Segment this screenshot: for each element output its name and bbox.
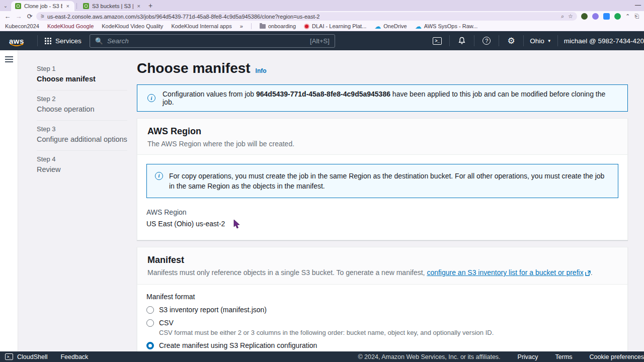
radio-icon[interactable] [146,319,154,327]
forward-icon[interactable]: → [14,12,23,21]
dlai-favicon-icon [304,24,309,29]
notifications-bell-icon[interactable] [456,37,468,45]
info-icon: i [155,172,163,180]
tab-title: Clone job - S3 Batch Operatio [24,3,62,9]
back-icon[interactable]: ← [3,12,12,21]
bookmark-item[interactable]: KodeKloud Internal apps [171,23,231,29]
tab-list-chevron-icon[interactable]: ⌄ [0,0,11,11]
page-title: Choose manifest [137,60,251,76]
tab-title: S3 buckets | S3 | us-east-1 [92,3,133,9]
wizard-step-3[interactable]: Step 3 Configure additional options [37,121,127,151]
browser-tab-inactive[interactable]: S3 buckets | S3 | us-east-1 × [79,1,145,11]
collapsed-side-nav [0,50,18,351]
header-divider [474,35,474,46]
configure-inventory-link[interactable]: configure an S3 inventory list for a buc… [427,268,583,277]
region-info-text: For copy operations, you must create the… [169,171,610,191]
info-icon: i [147,94,155,102]
bookmark-item[interactable]: KodeKloud Google [47,23,94,29]
field-label: AWS Region [146,208,618,216]
csv-format-note: CSV format must be either 2 or 3 columns… [159,329,618,336]
footer-privacy-link[interactable]: Privacy [518,353,538,360]
side-panel-icon[interactable]: ⎗ [634,13,639,20]
extensions-collapse-icon[interactable]: ⌃ [625,13,630,20]
external-link-icon [585,269,591,278]
section-title: AWS Region [147,126,617,137]
tab-close-icon[interactable]: × [65,3,70,9]
menu-hamburger-icon[interactable] [5,56,13,62]
footer-cookie-link[interactable]: Cookie preferences [590,353,644,360]
new-tab-button[interactable]: + [145,1,155,11]
radio-icon[interactable] [146,306,154,314]
extension-icon[interactable] [592,13,599,20]
zoom-icon[interactable]: ⌕ [561,13,564,20]
browser-tab-strip: ⌄ Clone job - S3 Batch Operatio × S3 buc… [0,0,644,11]
services-grid-icon [45,38,51,44]
bookmark-item[interactable]: Kubecon2024 [5,23,39,29]
console-footer: >_ CloudShell Feedback © 2024, Amazon We… [0,351,644,362]
section-description: The AWS Region where the job will be cre… [147,140,617,148]
reload-icon[interactable]: ⟳ [25,12,34,21]
cloud-icon: ☁ [374,24,381,29]
wizard-step-4[interactable]: Step 4 Review [37,151,127,180]
search-icon: 🔍 [95,37,103,45]
field-value: US East (Ohio) us-east-2 [146,220,618,228]
bookmark-folder[interactable]: onboarding [260,23,296,29]
info-link[interactable]: Info [256,67,267,74]
url-text: us-east-2.console.aws.amazon.com/s3/jobs… [47,14,558,20]
section-title: Manifest [147,255,617,265]
page-body: Step 1 Choose manifest Step 2 Choose ope… [0,50,644,351]
account-menu[interactable]: michael @ 5982-7434-420 [564,37,644,45]
bookmark-item[interactable]: ☁ OneDrive [374,23,407,29]
extension-icon[interactable] [603,13,610,20]
job-id: 964d5439-771d-45a8-8fe8-4c9d5a945386 [256,90,390,98]
radio-selected-icon[interactable] [146,342,154,349]
radio-option-replication-config[interactable]: Create manifest using S3 Replication con… [146,341,618,349]
site-settings-icon[interactable]: ⚞ [40,14,44,19]
bookmarks-overflow-chevron[interactable]: » [240,23,243,29]
footer-copyright: © 2024, Amazon Web Services, Inc. or its… [358,353,500,360]
footer-feedback-button[interactable]: Feedback [60,353,88,360]
header-divider [449,35,450,46]
aws-logo[interactable]: aws [9,37,26,45]
chevron-down-icon: ▼ [547,39,551,43]
s3-favicon-icon [83,3,89,9]
aws-region-card: AWS Region The AWS Region where the job … [137,118,628,240]
help-icon[interactable]: ? [480,37,493,45]
wizard-step-1[interactable]: Step 1 Choose manifest [37,60,127,90]
manifest-format-label: Manifest format [146,293,618,301]
extension-icon[interactable] [581,13,588,20]
extension-icon[interactable] [614,13,621,20]
bookmark-item[interactable]: KodeKloud Video Quality [102,23,163,29]
radio-option-csv[interactable]: CSV [146,319,618,327]
console-search-input[interactable]: 🔍 Search [Alt+S] [90,34,335,48]
wizard-step-2[interactable]: Step 2 Choose operation [37,90,127,121]
bookmark-item[interactable]: DLAI - Learning Plat... [304,23,366,29]
address-bar[interactable]: ⚞ us-east-2.console.aws.amazon.com/s3/jo… [36,12,577,21]
bookmark-item[interactable]: ☁ AWS SysOps - Raw... [415,23,478,29]
radio-option-inventory-report[interactable]: S3 inventory report (manifest.json) [146,306,618,314]
search-shortcut: [Alt+S] [310,37,330,45]
tab-close-icon[interactable]: × [136,3,141,9]
bookmarks-bar: Kubecon2024 KodeKloud Google KodeKloud V… [0,22,644,31]
s3-favicon-icon [15,3,21,9]
cloudshell-icon: >_ [5,353,13,360]
header-divider [557,35,558,46]
window-minimize-button[interactable]: — [635,2,641,9]
aws-console-header: aws Services 🔍 Search [Alt+S] >_ ? ⚙ Ohi… [0,31,644,50]
footer-cloudshell-button[interactable]: >_ CloudShell [5,353,47,360]
tab-separator [76,3,77,9]
browser-tab-active[interactable]: Clone job - S3 Batch Operatio × [11,1,74,11]
region-info-box: i For copy operations, you must create t… [146,164,618,198]
search-placeholder: Search [107,37,306,45]
cloudshell-icon[interactable]: >_ [431,37,443,45]
region-selector[interactable]: Ohio ▼ [530,37,551,45]
header-divider [37,35,38,46]
services-menu[interactable]: Services [45,37,82,45]
manifest-card: Manifest Manifests must only reference o… [137,247,628,351]
footer-terms-link[interactable]: Terms [555,353,573,360]
section-description: Manifests must only reference objects in… [147,268,617,278]
settings-gear-icon[interactable]: ⚙ [505,36,517,46]
bookmark-star-icon[interactable]: ☆ [568,13,573,20]
config-applied-banner: i Configuration values from job 964d5439… [137,84,628,112]
header-divider [523,35,524,46]
